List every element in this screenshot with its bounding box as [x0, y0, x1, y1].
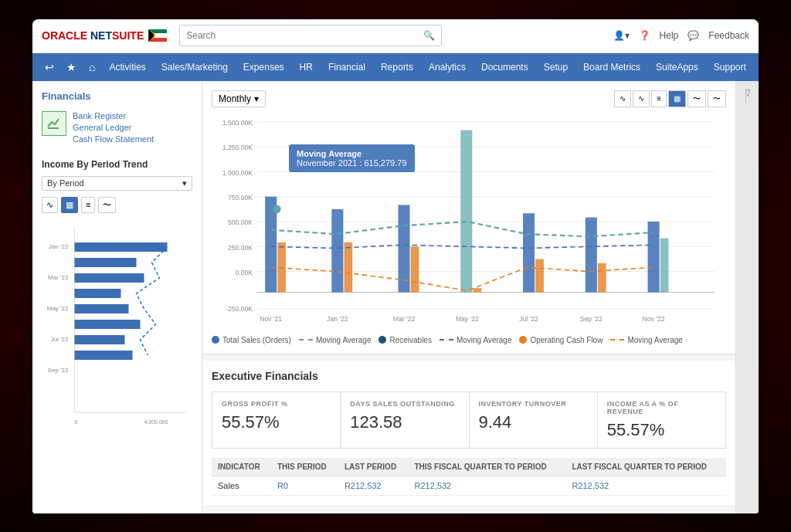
search-input[interactable] [186, 30, 423, 41]
nav-financial[interactable]: Financial [321, 59, 373, 76]
income-trend-title: Income By Period Trend [42, 159, 192, 170]
exec-table: INDICATOR THIS PERIOD LAST PERIOD THIS F… [212, 458, 726, 496]
south-africa-flag [148, 29, 167, 42]
svg-text:Sep '22: Sep '22 [48, 367, 69, 374]
chart-btn-wave2[interactable]: 〜 [708, 90, 726, 107]
th-indicator: INDICATOR [212, 458, 271, 476]
nav-support[interactable]: Support [706, 59, 754, 76]
period-select[interactable]: By Period ▾ [42, 176, 192, 191]
svg-rect-35 [277, 242, 286, 292]
search-bar[interactable]: 🔍 [179, 25, 442, 46]
svg-text:1,000.00K: 1,000.00K [222, 168, 253, 176]
legend-dot-ocf [519, 336, 527, 344]
nav-star-icon[interactable]: ★ [60, 58, 83, 76]
monthly-label: Monthly [219, 93, 251, 104]
period-chevron: ▾ [182, 178, 187, 188]
chart-btn-filter[interactable]: ≡ [651, 90, 667, 107]
nav-setup[interactable]: Setup [536, 59, 575, 76]
svg-text:Sep '22: Sep '22 [580, 315, 603, 323]
exec-title: Executive Financials [212, 370, 726, 382]
svg-rect-9 [75, 351, 133, 360]
nav-expenses[interactable]: Expenses [236, 59, 292, 76]
svg-rect-48 [660, 238, 669, 292]
th-last-period: LAST PERIOD [338, 458, 409, 476]
monthly-select[interactable]: Monthly ▾ [212, 90, 266, 107]
nav-bar: ↩ ★ ⌂ Activities Sales/Marketing Expense… [32, 53, 759, 81]
legend-moving-avg-2: Moving Average [440, 336, 512, 344]
legend-opcashflow: Operating Cash Flow [519, 336, 603, 344]
svg-rect-6 [75, 304, 129, 313]
svg-rect-3 [75, 258, 137, 267]
svg-text:May '22: May '22 [456, 315, 479, 323]
legend-total-sales: Total Sales (Orders) [212, 336, 291, 344]
th-this-period: THIS PERIOD [271, 458, 338, 476]
svg-text:Nov '21: Nov '21 [260, 315, 282, 323]
right-panel: Ex... [735, 81, 759, 513]
legend-dot-recv [379, 336, 386, 344]
ctrl-area[interactable]: ≡ [81, 197, 95, 213]
nav-back-icon[interactable]: ↩ [39, 58, 60, 76]
kpi-days-sales-value: 123.58 [350, 412, 459, 432]
svg-text:250.00K: 250.00K [228, 243, 253, 251]
chart-btn-area[interactable]: ∿ [633, 90, 650, 107]
feedback-label[interactable]: Feedback [708, 30, 749, 41]
legend-label-ma1: Moving Average [316, 336, 372, 344]
ctrl-wave[interactable]: 〜 [98, 197, 116, 213]
sidebar-link-cashflow[interactable]: Cash Flow Statement [73, 134, 154, 144]
td-sales-this-fiscal[interactable]: R212,532 [409, 476, 566, 495]
kpi-inventory-turnover: INVENTORY TURNOVER 9.44 [470, 392, 597, 448]
svg-rect-40 [411, 246, 419, 292]
chart-type-buttons: ∿ ∿ ≡ ▦ 〜 〜 [614, 90, 726, 107]
svg-text:Nov '22: Nov '22 [643, 315, 665, 323]
nav-activities[interactable]: Activities [101, 59, 153, 76]
nav-home-icon[interactable]: ⌂ [83, 58, 101, 76]
chart-btn-bar[interactable]: ▦ [668, 90, 686, 107]
svg-text:0.00K: 0.00K [236, 268, 253, 276]
sidebar-link-bank-register[interactable]: Bank Register [73, 111, 154, 120]
ctrl-bar[interactable]: ▦ [61, 197, 78, 213]
browser-window: ORACLE NETSUITE 🔍 👤▾ ❓ Help 💬 Feedback ↩… [32, 19, 759, 513]
nav-analytics[interactable]: Analytics [421, 59, 474, 76]
svg-rect-37 [331, 208, 343, 292]
help-icon[interactable]: ❓ [639, 30, 650, 41]
nav-documents[interactable]: Documents [474, 59, 536, 76]
nav-sales-marketing[interactable]: Sales/Marketing [154, 59, 236, 76]
svg-text:Mar '22: Mar '22 [48, 274, 69, 281]
svg-text:Mar '22: Mar '22 [393, 315, 416, 323]
search-icon[interactable]: 🔍 [423, 30, 435, 41]
logo-text: ORACLE NETSUITE [42, 29, 144, 42]
legend-receivables: Receivables [379, 336, 431, 344]
user-icon[interactable]: 👤▾ [613, 30, 630, 41]
legend-dot-sales [212, 336, 219, 344]
chart-btn-wave1[interactable]: 〜 [687, 90, 706, 107]
feedback-icon[interactable]: 💬 [687, 30, 699, 41]
right-panel-label: Ex... [744, 89, 752, 103]
main-chart: Moving Average November 2021 : 615,279.7… [212, 114, 726, 330]
kpi-income-pct-value: 55.57% [607, 420, 716, 440]
table-row-sales: Sales R0 R212,532 R212,532 R212,532 [212, 476, 726, 495]
legend-line-ma1 [299, 339, 313, 341]
svg-rect-45 [586, 217, 597, 292]
chart-btn-line[interactable]: ∿ [614, 90, 631, 107]
help-label[interactable]: Help [660, 30, 679, 41]
legend-label-ocf: Operating Cash Flow [530, 336, 603, 344]
svg-text:May '22: May '22 [47, 305, 69, 312]
kpi-income-pct-label: INCOME AS A % OF REVENUE [607, 400, 716, 415]
svg-text:4,000,000: 4,000,000 [144, 419, 168, 425]
nav-board-metrics[interactable]: Board Metrics [575, 59, 648, 76]
td-sales-last-fiscal[interactable]: R212,532 [565, 476, 726, 495]
legend-line-ma3 [610, 339, 624, 341]
td-sales-this-period[interactable]: R0 [271, 476, 338, 495]
td-sales-last-period[interactable]: R212,532 [338, 476, 409, 495]
svg-rect-47 [648, 222, 660, 293]
nav-reports[interactable]: Reports [373, 59, 421, 76]
sidebar-link-general-ledger[interactable]: General Ledger [73, 123, 154, 132]
svg-text:0: 0 [75, 419, 78, 425]
nav-hr[interactable]: HR [292, 59, 321, 76]
nav-suiteapps[interactable]: SuiteApps [648, 59, 706, 76]
svg-rect-8 [75, 335, 125, 344]
ctrl-line[interactable]: ∿ [42, 197, 58, 213]
sidebar-financials-title: Financials [32, 87, 202, 108]
main-area: Financials Bank Register General Ledger … [32, 81, 759, 513]
svg-text:Jan '22: Jan '22 [49, 243, 69, 250]
